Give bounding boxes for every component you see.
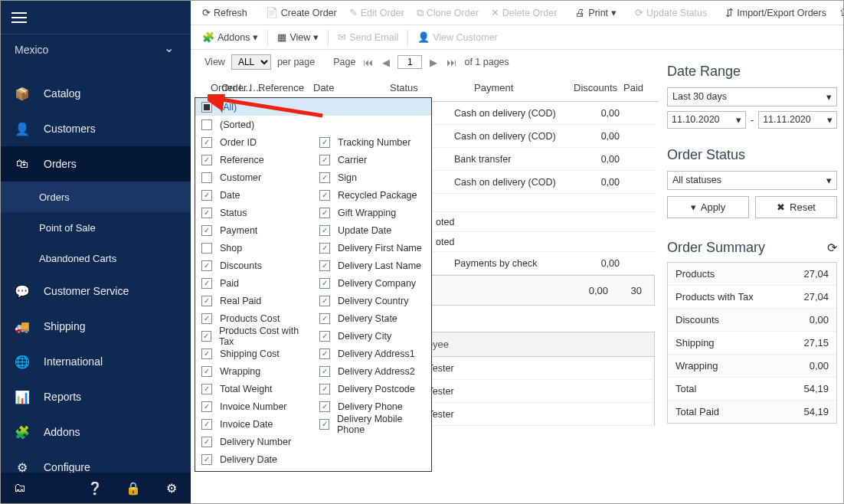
popup-column-item[interactable]: ✓Delivery Date — [195, 450, 313, 468]
col-discounts[interactable]: Discounts — [574, 82, 617, 93]
export-button[interactable]: ⇪Export▾ — [833, 4, 844, 21]
page-next[interactable]: ▶ — [428, 57, 439, 68]
popup-column-item[interactable]: ✓Delivery First Name — [313, 239, 431, 257]
nav-customer-service[interactable]: 💬Customer Service — [1, 273, 191, 309]
popup-column-item[interactable]: ✓Delivery Address2 — [313, 362, 431, 380]
clone-order-button[interactable]: ⧉Clone Order — [411, 4, 484, 22]
popup-column-item[interactable]: ✓Real Paid — [195, 292, 313, 309]
date-value: 11.10.2020 — [672, 114, 720, 126]
popup-column-item[interactable]: ✓Recycled Package — [313, 186, 431, 204]
date-range-preset[interactable]: Last 30 days▾ — [667, 87, 837, 106]
popup-column-item[interactable]: ✓Status — [195, 204, 313, 221]
popup-column-item[interactable]: ✓Reference — [195, 151, 313, 169]
view-button[interactable]: ▦View▾ — [272, 28, 324, 46]
menu-toggle[interactable] — [1, 1, 191, 34]
refresh-summary-icon[interactable]: ⟳ — [827, 241, 837, 255]
popup-label: Customer — [220, 172, 261, 183]
send-email-button[interactable]: ✉Send Email — [332, 28, 404, 46]
popup-sorted[interactable]: (Sorted) — [195, 116, 431, 133]
nav-catalog[interactable]: 📦Catalog — [1, 76, 191, 111]
nav-addons[interactable]: 🧩Addons — [1, 414, 191, 450]
popup-column-item[interactable]: ✓Products Cost with Tax — [195, 327, 313, 345]
popup-column-item[interactable]: ✓Delivery City — [313, 327, 431, 345]
nav-reports[interactable]: 📊Reports — [1, 379, 191, 414]
globe-icon: 🌐 — [15, 355, 30, 369]
popup-column-item[interactable]: ✓Shipping Cost — [195, 345, 313, 362]
popup-column-item[interactable]: ✓Date — [195, 186, 313, 204]
col-order-label[interactable]: Order I… — [221, 82, 262, 93]
summary-row: Products27,04 — [668, 263, 836, 286]
status-select[interactable]: All statuses▾ — [667, 171, 837, 190]
popup-column-item[interactable]: ✓Wrapping — [195, 362, 313, 380]
page-size-select[interactable]: ALL — [231, 54, 271, 70]
popup-column-item[interactable]: ✓Gift Wrapping — [313, 204, 431, 221]
nav-sub-orders[interactable]: Orders — [1, 182, 191, 212]
popup-column-item[interactable]: ✓Delivery Mobile Phone — [313, 415, 431, 433]
addons-button[interactable]: 🧩Addons▾ — [197, 28, 263, 46]
page-last[interactable]: ⏭ — [445, 57, 458, 68]
popup-column-item[interactable]: ✓Update Date — [313, 221, 431, 239]
reset-button[interactable]: ✖Reset — [755, 196, 837, 218]
store-selector[interactable]: Mexico — [1, 34, 191, 65]
nav-shipping[interactable]: 🚚Shipping — [1, 309, 191, 344]
summary-value: 27,15 — [803, 337, 829, 349]
popup-column-item[interactable]: ✓Delivery Country — [313, 292, 431, 309]
popup-column-item[interactable]: ✓Invoice Date — [195, 415, 313, 433]
popup-column-item[interactable]: ✓Tracking Number — [313, 133, 431, 151]
right-panel: Date Range Last 30 days▾ 11.10.2020▾ - 1… — [667, 61, 837, 424]
pager: View ALL per page Page ⏮ ◀ ▶ ⏭ of 1 page… — [197, 50, 517, 74]
create-order-button[interactable]: 📄Create Order — [260, 4, 342, 21]
page-prev[interactable]: ◀ — [381, 57, 391, 68]
refresh-button[interactable]: ⟳Refresh — [197, 4, 253, 21]
popup-column-item[interactable]: ✓Delivery State — [313, 309, 431, 327]
popup-column-item[interactable]: ✓Carrier — [313, 151, 431, 169]
popup-column-item[interactable]: ✓Delivery Postcode — [313, 380, 431, 398]
nav-customers[interactable]: 👤Customers — [1, 111, 191, 146]
popup-label: Shipping Cost — [220, 349, 280, 359]
cell-disc: 0,00 — [589, 108, 620, 119]
total-disc: 0,00 — [589, 285, 608, 296]
settings-icon[interactable]: ⚙ — [152, 481, 191, 496]
date-from-input[interactable]: 11.10.2020▾ — [667, 111, 746, 129]
col-status[interactable]: Status — [390, 82, 418, 93]
chat-icon: 💬 — [15, 284, 30, 299]
date-to-input[interactable]: 11.11.2020▾ — [758, 111, 837, 129]
popup-column-item[interactable]: Customer — [195, 169, 313, 186]
nav-sub-pos[interactable]: Point of Sale — [1, 212, 191, 243]
lock-icon[interactable]: 🔒 — [114, 481, 152, 496]
popup-column-item[interactable]: ✓Invoice Number — [195, 398, 313, 415]
print-button[interactable]: 🖨Print▾ — [570, 4, 622, 21]
update-status-button[interactable]: ⟳Update Status — [630, 4, 712, 21]
notifications-icon[interactable]: 🗂 — [1, 481, 39, 495]
popup-all[interactable]: (All) — [195, 98, 431, 116]
view-label: View — [204, 57, 225, 67]
nav-sub-abandoned[interactable]: Abandoned Carts — [1, 243, 191, 273]
page-input[interactable] — [397, 55, 422, 69]
popup-column-item[interactable]: Shop — [195, 239, 313, 257]
popup-column-item[interactable]: ✓Payment — [195, 221, 313, 239]
view-customer-button[interactable]: 👤View Customer — [412, 28, 503, 46]
popup-column-item[interactable]: ✓Paid — [195, 274, 313, 292]
nav-orders[interactable]: 🛍Orders — [1, 146, 191, 182]
popup-column-item[interactable]: ✓Total Weight — [195, 380, 313, 398]
popup-column-item[interactable]: ✓Order ID — [195, 133, 313, 151]
delete-order-button[interactable]: ✕Delete Order — [486, 4, 563, 21]
checkbox-icon: ✓ — [319, 208, 330, 218]
edit-order-button[interactable]: ✎Edit Order — [344, 4, 410, 21]
nav-international[interactable]: 🌐International — [1, 344, 191, 379]
popup-column-item[interactable]: ✓Delivery Last Name — [313, 257, 431, 274]
import-export-button[interactable]: ⇵Import/Export Orders — [720, 4, 832, 21]
col-paid[interactable]: Paid — [623, 82, 643, 93]
col-reference[interactable]: Reference — [258, 82, 304, 93]
popup-column-item[interactable]: ✓Delivery Number — [195, 433, 313, 450]
popup-column-item[interactable]: ✓Sign — [313, 169, 431, 186]
help-icon[interactable]: ❔ — [76, 481, 114, 496]
apply-button[interactable]: ▾Apply — [667, 196, 749, 218]
popup-column-item[interactable]: ✓Delivery Address1 — [313, 345, 431, 362]
popup-column-item[interactable]: ✓Discounts — [195, 257, 313, 274]
chart-icon: 📊 — [15, 390, 30, 404]
col-date[interactable]: Date — [313, 82, 334, 93]
popup-column-item[interactable]: ✓Delivery Company — [313, 274, 431, 292]
col-payment[interactable]: Payment — [474, 82, 513, 93]
page-first[interactable]: ⏮ — [361, 57, 375, 68]
